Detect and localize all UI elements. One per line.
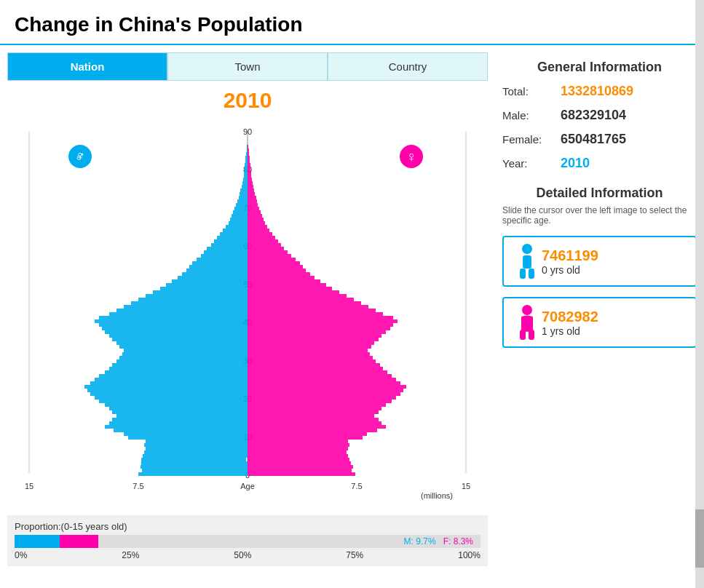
svg-rect-189: [248, 203, 258, 207]
svg-text:♂: ♂: [75, 148, 86, 164]
tab-bar: Nation Town Country: [7, 52, 488, 81]
svg-rect-95: [232, 214, 248, 218]
svg-rect-84: [201, 254, 248, 258]
male-row: Male: 682329104: [502, 108, 697, 123]
female-card-info: 7082982 1 yrs old: [542, 309, 598, 337]
year-label: 2010: [7, 88, 488, 113]
pct-100: 100%: [458, 550, 480, 560]
page-title: Change in China's Population: [15, 13, 689, 36]
svg-text:♀: ♀: [406, 148, 417, 164]
svg-rect-117: [248, 465, 353, 469]
svg-rect-200: [248, 163, 250, 167]
svg-rect-44: [99, 400, 248, 403]
general-info: General Information Total: 1332810869 Ma…: [502, 60, 697, 171]
svg-rect-124: [248, 440, 348, 443]
svg-rect-100: [239, 196, 248, 199]
svg-rect-30: [144, 450, 248, 454]
svg-rect-73: [146, 294, 248, 298]
svg-rect-183: [248, 225, 267, 229]
svg-rect-79: [182, 272, 248, 276]
scrollbar[interactable]: [695, 0, 704, 588]
svg-rect-42: [109, 407, 248, 410]
svg-rect-54: [112, 363, 248, 367]
male-card-info: 7461199 0 yrs old: [542, 247, 598, 276]
svg-rect-74: [153, 290, 248, 294]
svg-rect-71: [131, 301, 248, 305]
svg-rect-146: [248, 359, 376, 363]
left-panel: Nation Town Country 2010 ♀ ♂: [7, 52, 488, 566]
svg-rect-39: [112, 418, 248, 421]
svg-rect-162: [248, 301, 361, 305]
svg-rect-137: [248, 392, 400, 396]
male-detail-card: 7461199 0 yrs old: [502, 236, 697, 287]
svg-rect-110: [245, 159, 248, 163]
svg-rect-148: [248, 352, 370, 356]
svg-rect-191: [248, 196, 256, 199]
svg-rect-41: [112, 410, 248, 414]
svg-rect-59: [119, 345, 248, 349]
svg-rect-166: [248, 287, 332, 290]
svg-rect-202: [248, 156, 250, 159]
svg-rect-178: [248, 243, 281, 247]
svg-rect-151: [248, 341, 374, 345]
svg-rect-64: [102, 327, 248, 330]
svg-rect-57: [122, 352, 248, 356]
tab-town[interactable]: Town: [167, 52, 328, 81]
svg-rect-176: [248, 250, 288, 254]
svg-rect-181: [248, 232, 272, 236]
svg-text:Age: Age: [240, 482, 255, 490]
svg-rect-86: [207, 247, 248, 250]
female-bar: [60, 535, 98, 548]
svg-rect-194: [248, 185, 253, 188]
svg-rect-154: [248, 330, 386, 334]
female-row: Female: 650481765: [502, 132, 697, 147]
svg-rect-40: [116, 414, 248, 418]
scrollbar-thumb[interactable]: [695, 509, 704, 568]
svg-rect-108: [245, 167, 248, 170]
svg-rect-144: [248, 367, 383, 370]
svg-rect-138: [248, 389, 403, 392]
svg-rect-32: [144, 443, 248, 447]
svg-rect-171: [248, 269, 306, 272]
svg-rect-43: [105, 403, 248, 407]
svg-rect-127: [248, 429, 377, 432]
svg-rect-199: [248, 167, 250, 170]
svg-rect-177: [248, 247, 284, 250]
male-value: 682329104: [561, 108, 626, 123]
svg-rect-96: [233, 210, 248, 214]
tab-nation[interactable]: Nation: [7, 52, 167, 81]
svg-rect-113: [247, 148, 248, 152]
svg-rect-92: [226, 225, 248, 229]
proportion-bar: M: 9.7% F: 8.3%: [15, 535, 480, 548]
svg-rect-164: [248, 294, 347, 298]
svg-rect-55: [116, 359, 248, 363]
svg-rect-165: [248, 290, 339, 294]
svg-rect-120: [248, 454, 348, 458]
male-proportion-text: M: 9.7%: [404, 536, 436, 547]
page-container: Change in China's Population Nation Town…: [0, 0, 704, 566]
svg-rect-116: [248, 469, 352, 472]
svg-rect-155: [248, 327, 390, 330]
svg-rect-50: [95, 378, 248, 381]
svg-rect-104: [242, 181, 248, 185]
svg-rect-63: [105, 330, 248, 334]
svg-rect-51: [99, 374, 248, 378]
tab-country[interactable]: Country: [328, 52, 488, 81]
female-card-age: 1 yrs old: [542, 325, 598, 337]
svg-rect-147: [248, 356, 373, 359]
svg-rect-83: [197, 258, 248, 261]
pyramid-chart[interactable]: ♀ ♂ ♀ 90 80 70 60: [7, 116, 488, 509]
female-value: 650481765: [561, 132, 626, 147]
year-info-label: Year:: [502, 157, 561, 170]
svg-rect-169: [248, 276, 315, 279]
detailed-info-heading: Detailed Information: [502, 186, 697, 201]
svg-rect-128: [248, 425, 386, 429]
pct-50: 50%: [234, 550, 251, 560]
svg-rect-111: [245, 156, 248, 159]
proportion-text: M: 9.7% F: 8.3%: [404, 535, 473, 548]
svg-rect-93: [229, 221, 248, 225]
svg-rect-156: [248, 323, 393, 327]
svg-rect-173: [248, 261, 300, 265]
svg-rect-190: [248, 199, 257, 203]
svg-text:15: 15: [462, 482, 470, 490]
